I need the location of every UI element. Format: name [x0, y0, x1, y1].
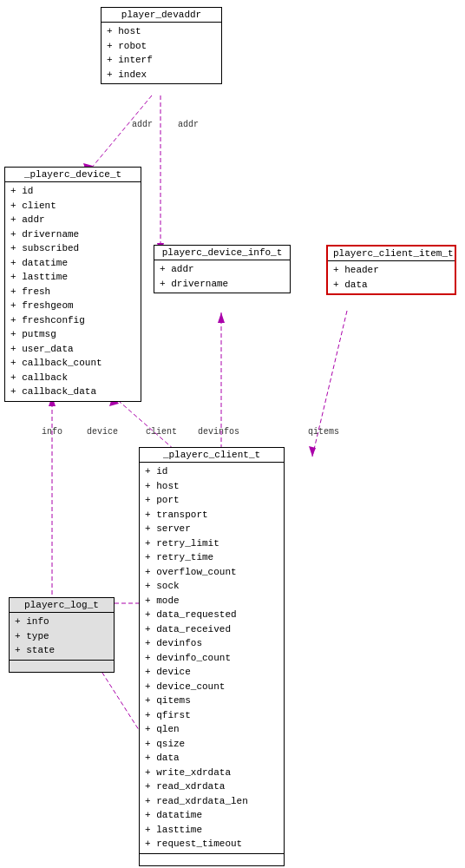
box-title-playerc-client-item-t: playerc_client_item_t — [328, 247, 455, 261]
box-body-playerc-client-item-t: + header + data — [328, 261, 455, 293]
svg-marker-12 — [309, 446, 316, 457]
svg-marker-10 — [218, 312, 225, 323]
box-body-playerc-client-t: + id + host + port + transport + server … — [140, 463, 284, 853]
box-title-playerc-device-t: _playerc_device_t — [5, 168, 141, 182]
diagram-container: player_devaddr + host + robot + interf +… — [0, 0, 465, 868]
box-body-player-devaddr: + host + robot + interf + index — [102, 23, 221, 83]
box-title-playerc-log-t: playerc_log_t — [10, 598, 114, 613]
box-player-devaddr: player_devaddr + host + robot + interf +… — [101, 7, 222, 84]
box-body-playerc-device-t: + id + client + addr + drivername + subs… — [5, 182, 141, 401]
box-title-player-devaddr: player_devaddr — [102, 8, 221, 23]
label-devinfos: devinfos — [198, 427, 239, 437]
box-title-playerc-device-info-t: playerc_device_info_t — [154, 246, 290, 260]
label-addr1: addr — [132, 120, 153, 129]
label-device: device — [87, 427, 118, 437]
box-title-playerc-client-t: _playerc_client_t — [140, 448, 284, 463]
box-playerc-client-t: _playerc_client_t + id + host + port + t… — [139, 447, 285, 866]
label-qitems: qitems — [308, 427, 339, 437]
box-playerc-client-item-t: playerc_client_item_t + header + data — [326, 245, 456, 295]
box-body-playerc-log-t: + info + type + state — [10, 613, 114, 660]
box-playerc-log-t: playerc_log_t + info + type + state — [9, 597, 115, 673]
box-body-playerc-device-info-t: + addr + drivername — [154, 260, 290, 293]
box-playerc-device-info-t: playerc_device_info_t + addr + drivernam… — [154, 245, 291, 293]
label-info: info — [42, 427, 62, 437]
label-client: client — [146, 427, 177, 437]
label-addr2: addr — [178, 120, 199, 129]
svg-line-0 — [87, 95, 152, 174]
box-playerc-device-t: _playerc_device_t + id + client + addr +… — [4, 167, 141, 402]
